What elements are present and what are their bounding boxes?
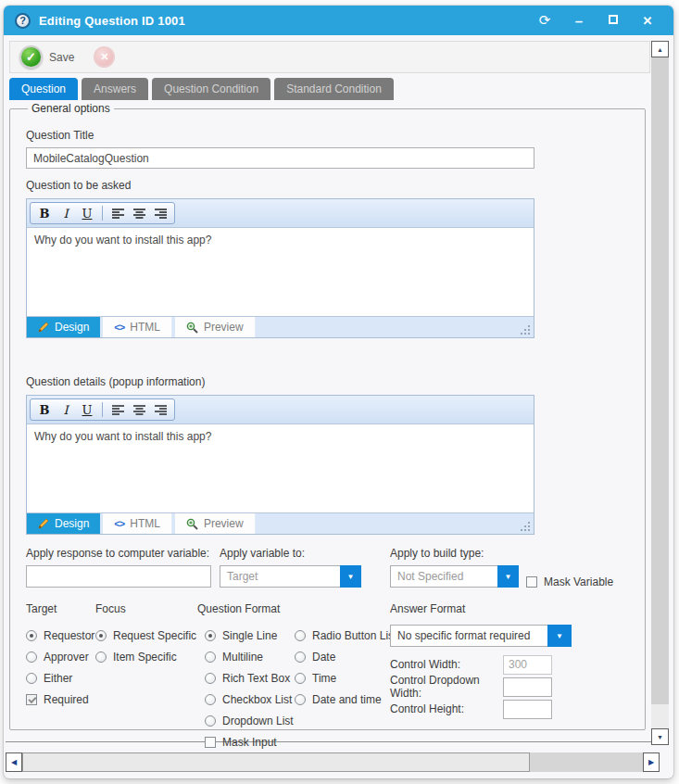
scroll-down-icon[interactable]: ▼ <box>651 728 669 745</box>
checkbox-icon <box>526 576 537 588</box>
radio-icon <box>26 673 37 684</box>
dropdown-arrow-icon[interactable]: ▼ <box>340 565 361 588</box>
tab-standard-condition[interactable]: Standard Condition <box>274 78 394 100</box>
answer-format-header: Answer Format <box>390 602 630 616</box>
radio-icon <box>95 630 107 641</box>
radio-date-and-time[interactable]: Date and time <box>295 689 390 710</box>
control-dropdown-width-input[interactable] <box>503 677 552 697</box>
radio-item-specific[interactable]: Item Specific <box>95 646 197 667</box>
underline-button[interactable]: U <box>77 400 97 419</box>
editor-text-area[interactable]: Why do you want to install this app? <box>27 424 534 513</box>
radio-rich-text-box[interactable]: Rich Text Box <box>205 667 287 689</box>
horizontal-scrollbar: ◀ ▶ <box>6 752 660 772</box>
scroll-right-icon[interactable]: ▶ <box>643 752 660 772</box>
vertical-scroll-thumb[interactable] <box>651 57 669 704</box>
apply-variable-row: Apply response to computer variable: App… <box>26 547 630 592</box>
control-width-label: Control Width: <box>390 658 503 671</box>
radio-radio-button-list[interactable]: Radio Button List <box>295 625 390 646</box>
radio-multiline[interactable]: Multiline <box>205 646 287 667</box>
radio-time[interactable]: Time <box>295 667 390 689</box>
radio-icon <box>205 630 216 641</box>
resize-grip[interactable] <box>521 325 530 335</box>
focus-group: Focus Request Specific Item Specific <box>95 602 197 752</box>
preview-tab[interactable]: Preview <box>175 317 256 337</box>
editor-text-area[interactable]: Why do you want to install this app? <box>27 227 534 317</box>
underline-button[interactable]: U <box>77 204 97 222</box>
toolbar-separator <box>102 206 103 221</box>
close-icon[interactable]: ✕ <box>640 14 655 28</box>
radio-either[interactable]: Either <box>26 667 95 689</box>
refresh-icon[interactable]: ⟳ <box>537 13 552 28</box>
resize-grip[interactable] <box>521 522 530 531</box>
editor-mode-tabbar: Design <> HTML Preview <box>27 513 534 534</box>
align-right-icon[interactable] <box>150 204 170 222</box>
html-tab[interactable]: <> HTML <box>103 513 172 534</box>
align-center-icon[interactable] <box>129 204 149 222</box>
radio-requestor[interactable]: Requestor <box>26 625 95 646</box>
question-format-group: Question Format Single Line Multiline Ri… <box>197 602 287 752</box>
radio-checkbox-list[interactable]: Checkbox List <box>205 689 287 710</box>
html-tab[interactable]: <> HTML <box>103 317 172 337</box>
answer-format-dropdown[interactable]: No specific format required ▼ <box>390 625 572 647</box>
align-right-icon[interactable] <box>150 400 170 419</box>
tab-question-condition[interactable]: Question Condition <box>152 78 270 100</box>
align-left-icon[interactable] <box>107 400 128 419</box>
help-icon[interactable]: ? <box>15 13 31 29</box>
build-type-dropdown[interactable]: Not Specified ▼ <box>390 565 519 588</box>
radio-dropdown-list[interactable]: Dropdown List <box>205 710 287 731</box>
tab-question[interactable]: Question <box>9 78 78 100</box>
radio-date[interactable]: Date <box>295 646 390 667</box>
details-editor: B I U Why do <box>26 395 534 535</box>
horizontal-scroll-thumb[interactable] <box>22 752 530 772</box>
save-button[interactable]: Save <box>49 51 74 64</box>
command-toolbar: ✓ Save ✕ <box>9 41 650 73</box>
italic-button[interactable]: I <box>56 204 76 222</box>
minimize-icon[interactable]: – <box>572 13 586 29</box>
control-width-input[interactable] <box>503 655 552 675</box>
group-legend: General options <box>28 102 114 115</box>
scroll-left-icon[interactable]: ◀ <box>6 752 22 772</box>
radio-approver[interactable]: Approver <box>26 646 95 667</box>
maximize-icon[interactable] <box>606 14 621 27</box>
preview-tab[interactable]: Preview <box>175 513 256 534</box>
align-left-icon[interactable] <box>107 204 128 222</box>
control-dropdown-width-label: Control Dropdown Width: <box>390 674 503 700</box>
editor-toolbar: B I U <box>27 396 534 424</box>
cancel-icon[interactable]: ✕ <box>94 46 115 68</box>
bold-button[interactable]: B <box>34 204 55 222</box>
editor-toolbar: B I U <box>27 199 534 227</box>
computer-variable-input[interactable] <box>26 565 211 588</box>
question-format-header: Question Format <box>197 602 287 616</box>
bold-button[interactable]: B <box>34 400 55 419</box>
control-height-input[interactable] <box>503 700 552 719</box>
question-asked-label: Question to be asked <box>26 179 630 192</box>
html-icon: <> <box>114 322 124 333</box>
dropdown-arrow-icon[interactable]: ▼ <box>497 565 519 588</box>
question-title-input[interactable] <box>26 147 534 169</box>
italic-button[interactable]: I <box>56 400 76 419</box>
design-tab[interactable]: Design <box>27 317 100 337</box>
apply-variable-to-dropdown[interactable]: Target ▼ <box>220 565 361 588</box>
vertical-scroll-track[interactable] <box>651 704 669 728</box>
design-tab[interactable]: Design <box>27 513 100 534</box>
radio-single-line[interactable]: Single Line <box>205 625 287 646</box>
tab-answers[interactable]: Answers <box>82 78 148 100</box>
window-title: Editing Question ID 1001 <box>39 14 537 28</box>
save-icon[interactable]: ✓ <box>19 45 43 69</box>
vertical-scrollbar: ▲ ▼ <box>651 41 669 745</box>
radio-icon <box>26 630 37 641</box>
align-center-icon[interactable] <box>129 400 149 419</box>
apply-variable-label: Apply response to computer variable: <box>26 547 211 560</box>
radio-request-specific[interactable]: Request Specific <box>95 625 197 646</box>
required-checkbox[interactable]: Required <box>26 689 95 710</box>
scroll-up-icon[interactable]: ▲ <box>651 41 669 57</box>
horizontal-scroll-track[interactable] <box>530 752 643 772</box>
radio-icon <box>205 651 216 663</box>
dropdown-arrow-icon[interactable]: ▼ <box>547 625 572 647</box>
mask-variable-checkbox[interactable]: Mask Variable <box>526 571 613 592</box>
target-header: Target <box>26 602 95 616</box>
radio-icon <box>205 715 216 727</box>
mask-input-checkbox[interactable]: Mask Input <box>205 731 287 752</box>
magnifier-icon <box>186 322 198 334</box>
radio-icon <box>295 630 306 641</box>
